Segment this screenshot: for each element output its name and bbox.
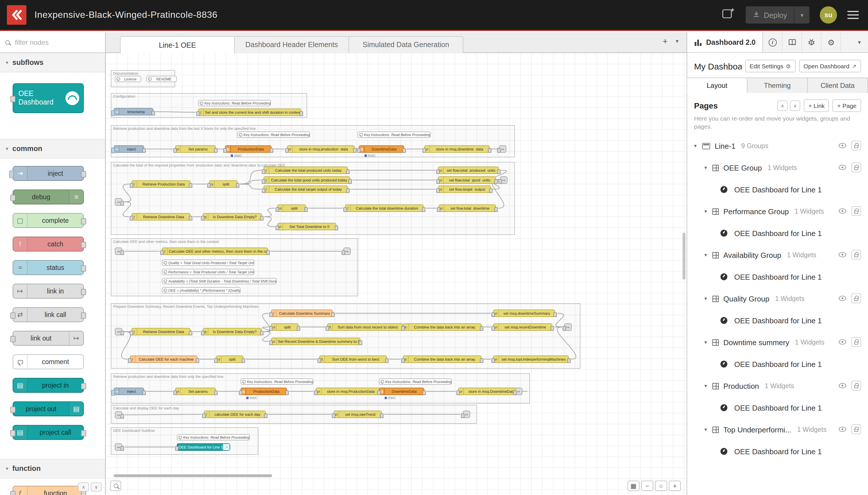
flow-node-Quality-=-Total-Good-Units-Produced-/-To[interactable]: Quality = Total Good Units Produced / To… xyxy=(162,259,254,266)
assistant-icon[interactable] xyxy=(721,7,735,23)
flow-node-set-flow.total_good_units[interactable]: ⇄set flow.total_good_units xyxy=(438,176,496,184)
flow-node-Key-Instructions:-Read-Before-Proceeding[interactable]: Key Instructions: Read Before Proceeding xyxy=(177,434,250,441)
palette-search-input[interactable] xyxy=(14,38,83,47)
flow-node-OEE-Dashboard-for-Line-1[interactable]: ◔OEE Dashboard for Line 1 xyxy=(177,443,230,451)
flow-node-Key-Instructions:-Read-Before-Proceeding[interactable]: Key Instructions: Read Before Proceeding xyxy=(237,132,310,138)
flow-node-License[interactable]: License xyxy=(115,76,141,82)
sidebar-options-chevron-icon[interactable]: ▾ xyxy=(851,32,868,52)
chevron-down-icon[interactable]: ▾ xyxy=(705,296,712,302)
main-menu-icon[interactable] xyxy=(847,11,859,19)
flow-node-lo8[interactable]: ↦ xyxy=(463,411,470,418)
lock-button[interactable] xyxy=(851,250,861,260)
tree-row-widget[interactable]: OEE Dashboard for Line 1 xyxy=(687,223,868,244)
deploy-options-chevron-icon[interactable]: ▾ xyxy=(795,12,810,18)
palette-node-link-out[interactable]: ↦link out xyxy=(13,331,84,346)
chevron-down-icon[interactable]: ▾ xyxy=(705,209,712,215)
palette-collapse-all-icon[interactable]: ∧ xyxy=(78,482,89,492)
flow-tab-Line-1-OEE[interactable]: Line-1 OEE xyxy=(120,36,235,53)
palette-node-project-out[interactable]: ▤project out xyxy=(13,402,84,416)
eye-icon[interactable] xyxy=(839,340,846,345)
tree-row-group[interactable]: ▾Performance Group1 Widgets xyxy=(687,201,868,223)
eye-icon[interactable] xyxy=(839,427,846,432)
flow-tab-Simulated-Data-Generation[interactable]: Simulated Data Generation xyxy=(348,36,463,53)
tree-row-group[interactable]: ▾OEE Group1 Widgets xyxy=(687,157,868,179)
flow-node-split[interactable]: ⇉split xyxy=(216,356,243,363)
flow-node-Is-Downtime-Data-Empty?[interactable]: ≶Is Downtime Data Empty? xyxy=(203,213,262,221)
flow-node-Key-Instructions:-Read-Before-Proceeding[interactable]: Key Instructions: Read Before Proceeding xyxy=(241,378,313,385)
flow-node-li4[interactable]: ↦ xyxy=(115,198,122,206)
flow-node-store-in-msg.production_data[interactable]: ⇄store in msg.production_data xyxy=(287,145,355,153)
flow-node-Availability-=-(Total-Shift-Duration---T[interactable]: Availability = (Total Shift Duration - T… xyxy=(162,278,277,284)
flow-node-li9[interactable]: ↦ xyxy=(115,443,122,451)
flow-node-split[interactable]: ⇉split xyxy=(271,323,298,331)
tree-row-widget[interactable]: OEE Dashboard for Line 1 xyxy=(687,354,868,375)
chevron-down-icon[interactable]: ▾ xyxy=(705,427,712,433)
flow-node-DowntimeData[interactable]: ▤DowntimeData xyxy=(359,145,404,153)
palette-node-link-in[interactable]: ↦link in xyxy=(13,284,84,298)
flow-node-inject[interactable]: ⇥inject xyxy=(114,388,144,395)
flow-node-README[interactable]: README xyxy=(146,76,177,82)
flow-node-lo7[interactable]: ↦ xyxy=(515,388,522,395)
eye-icon[interactable] xyxy=(839,209,846,214)
flow-node-li6[interactable]: ↦ xyxy=(115,328,122,335)
flow-node-Key-Instructions:-Read-Before-Proceeding[interactable]: Key Instructions: Read Before Proceeding xyxy=(198,100,271,106)
flow-node-lo6[interactable]: ↦ xyxy=(564,323,572,331)
flow-node-calculate-OEE-for-each-day[interactable]: ƒcalculate OEE for each day xyxy=(204,411,266,418)
add-link-button[interactable]: + Link xyxy=(804,99,829,112)
tree-row-group[interactable]: ▾Top Underperformi...1 Widgets xyxy=(687,419,868,441)
flow-node-OEE-=-(Availability)-*-(Performance)-*-([interactable]: OEE = (Availability) * (Performance) * (… xyxy=(162,287,241,293)
flow-canvas[interactable]: DocumentationConfigurationRetrieve produ… xyxy=(106,53,687,495)
flow-node-timestamp[interactable]: ⇥timestamp xyxy=(114,108,153,116)
tree-row-group[interactable]: ▾Downtime summery1 Widgets xyxy=(687,331,868,354)
eye-icon[interactable] xyxy=(839,143,846,149)
flow-node-Is-Downtime-Data-Empty?[interactable]: ≶Is Downtime Data Empty? xyxy=(203,328,262,335)
zoom-reset-button[interactable]: ○ xyxy=(655,481,667,491)
eye-icon[interactable] xyxy=(839,296,846,301)
flow-node-lo4[interactable]: ↦ xyxy=(500,176,507,184)
palette-node-status[interactable]: ≈status xyxy=(13,260,84,275)
zoom-out-button[interactable]: − xyxy=(641,481,653,491)
tab-help[interactable] xyxy=(782,32,802,52)
palette-node-comment[interactable]: comment xyxy=(13,354,84,369)
flow-node-set-msg.oeeTrend[interactable]: ⇄set msg.oeeTrend xyxy=(333,411,382,418)
palette-node-OEE-Dashboard[interactable]: OEE Dashboard xyxy=(13,83,84,113)
tree-row-widget[interactable]: OEE Dashboard for Line 1 xyxy=(687,179,868,201)
flow-node-Calculate-OEE-for-each-machine[interactable]: ƒCalculate OEE for each machine xyxy=(130,356,197,363)
palette-category-common[interactable]: ▾common xyxy=(0,139,105,158)
palette-node-project-in[interactable]: ▤project in xyxy=(13,378,84,393)
flow-node-Sort-data-from-most-recent-to-oldest[interactable]: ⇅Sort data from most recent to oldest xyxy=(327,323,403,331)
tree-row-widget[interactable]: OEE Dashboard for Line 1 xyxy=(687,266,868,288)
flow-node-set-flow.total_downtime[interactable]: ⇄set flow.total_downtime xyxy=(439,204,496,212)
palette-search[interactable] xyxy=(0,32,105,53)
tab-debug[interactable] xyxy=(802,32,821,52)
chevron-down-icon[interactable]: ▾ xyxy=(705,383,712,389)
flow-node-Set-and-store-the-current-line-and-shift[interactable]: ƒSet and store the current line and shif… xyxy=(198,108,301,116)
add-page-button[interactable]: + Page xyxy=(833,99,861,112)
chevron-down-icon[interactable]: ▾ xyxy=(705,165,712,171)
palette-node-function[interactable]: ƒfunction xyxy=(13,486,84,495)
flow-node-set-msg.downtimeSummary[interactable]: ⇄set msg.downtimeSummary xyxy=(493,309,555,317)
flow-node-store-in-msg.DowntimeData[interactable]: ⇄store in msg.DowntimeData xyxy=(458,388,520,395)
vertical-scrollbar[interactable] xyxy=(682,233,685,280)
flow-node-Set-Total-Downtime-to-0[interactable]: ⇄Set Total Downtime to 0 xyxy=(277,223,336,230)
flow-node-Performance-=-Total-Produced-Units-/-Tot[interactable]: Performance = Total Produced Units / Tot… xyxy=(162,269,254,275)
sidebar-tab-layout[interactable]: Layout xyxy=(687,78,747,93)
flow-node-lo5[interactable]: ↦ xyxy=(343,248,351,255)
flow-tab-Dashboard-Header-Elements[interactable]: Dashboard Header Elements xyxy=(234,36,349,53)
flow-node-Set-Recent-Downtime-&-Downtime-summery-t[interactable]: ⇄Set Recent Downtime & Downtime summery … xyxy=(271,338,361,345)
tree-row-widget[interactable]: OEE Dashboard for Line 1 xyxy=(687,397,868,419)
flow-node-set-flow.target_output[interactable]: ⇄set flow.target_output xyxy=(438,186,491,193)
user-avatar[interactable]: su xyxy=(820,6,837,23)
flow-node-set-msg.topUnderperformingMachines[interactable]: ⇄set msg.topUnderperformingMachines xyxy=(493,356,569,363)
lock-button[interactable] xyxy=(851,141,861,151)
chevron-down-icon[interactable]: ▾ xyxy=(705,252,712,258)
minimap-toggle-button[interactable]: ▦ xyxy=(627,481,640,491)
canvas-search-button[interactable] xyxy=(110,481,121,491)
flow-node-Retrieve-Downtime-Data[interactable]: ƒRetrieve Downtime Data xyxy=(132,328,191,335)
flow-node-Calculate-OEE-and-other-metrics,-then-st[interactable]: ƒCalculate OEE and other metrics, then s… xyxy=(162,248,268,255)
lock-button[interactable] xyxy=(851,206,861,216)
eye-icon[interactable] xyxy=(839,383,846,389)
flow-node-store-in-msg.ProductionData[interactable]: ⇄store in msg.ProductionData xyxy=(316,388,381,395)
open-dashboard-button[interactable]: Open Dashboard↗ xyxy=(799,60,861,72)
flow-node-split[interactable]: ⇉split xyxy=(277,204,306,212)
